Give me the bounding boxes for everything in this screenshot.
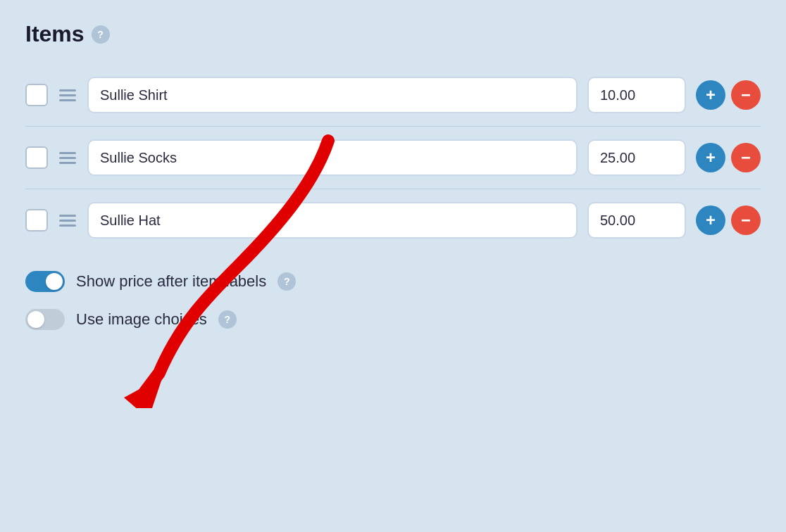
item-name-input-2[interactable]: [87, 139, 578, 176]
page-wrapper: Items ? + −: [25, 21, 761, 330]
help-icon-use-image[interactable]: ?: [218, 310, 237, 329]
remove-item-button-2[interactable]: −: [731, 143, 761, 172]
help-icon-show-price[interactable]: ?: [277, 272, 296, 291]
section-header: Items ?: [25, 21, 761, 47]
action-buttons-1: + −: [696, 80, 761, 110]
drag-handle-1[interactable]: [58, 88, 77, 103]
toggle-track-show-price: [25, 271, 65, 292]
item-price-input-1[interactable]: [587, 77, 686, 113]
add-item-button-2[interactable]: +: [696, 143, 725, 172]
add-item-button-3[interactable]: +: [696, 205, 725, 235]
drag-line: [59, 157, 76, 159]
toggle-switch-show-price[interactable]: [25, 271, 65, 292]
toggle-knob-show-price: [46, 273, 63, 290]
toggle-row-use-image: Use image choices ?: [25, 309, 761, 330]
item-checkbox-3[interactable]: [25, 209, 48, 232]
svg-marker-0: [124, 376, 163, 408]
drag-handle-3[interactable]: [58, 213, 77, 228]
drag-line: [59, 215, 76, 217]
item-row: + −: [25, 64, 761, 127]
section-title: Items: [25, 21, 85, 47]
toggles-section: Show price after item labels ? Use image…: [25, 271, 761, 330]
toggle-switch-use-image[interactable]: [25, 309, 65, 330]
item-checkbox-2[interactable]: [25, 146, 48, 169]
item-name-input-1[interactable]: [87, 77, 578, 113]
action-buttons-3: + −: [696, 205, 761, 235]
toggle-track-use-image: [25, 309, 65, 330]
remove-item-button-1[interactable]: −: [731, 80, 761, 110]
items-list: + − + −: [25, 64, 761, 251]
drag-line: [59, 94, 76, 96]
item-checkbox-1[interactable]: [25, 84, 48, 106]
drag-line: [59, 152, 76, 154]
action-buttons-2: + −: [696, 143, 761, 172]
drag-line: [59, 99, 76, 101]
drag-line: [59, 224, 76, 227]
item-row: + −: [25, 127, 761, 189]
drag-line: [59, 220, 76, 222]
help-icon[interactable]: ?: [92, 25, 110, 44]
item-name-input-3[interactable]: [87, 202, 578, 239]
toggle-knob-use-image: [27, 311, 44, 328]
drag-handle-2[interactable]: [58, 151, 77, 165]
add-item-button-1[interactable]: +: [696, 80, 725, 110]
drag-line: [59, 89, 76, 91]
remove-item-button-3[interactable]: −: [731, 205, 761, 235]
toggle-row-show-price: Show price after item labels ?: [25, 271, 761, 292]
item-price-input-3[interactable]: [587, 202, 686, 239]
toggle-label-use-image: Use image choices: [76, 310, 207, 329]
drag-line: [59, 162, 76, 164]
toggle-label-show-price: Show price after item labels: [76, 272, 266, 291]
item-price-input-2[interactable]: [587, 139, 686, 176]
item-row: + −: [25, 189, 761, 251]
